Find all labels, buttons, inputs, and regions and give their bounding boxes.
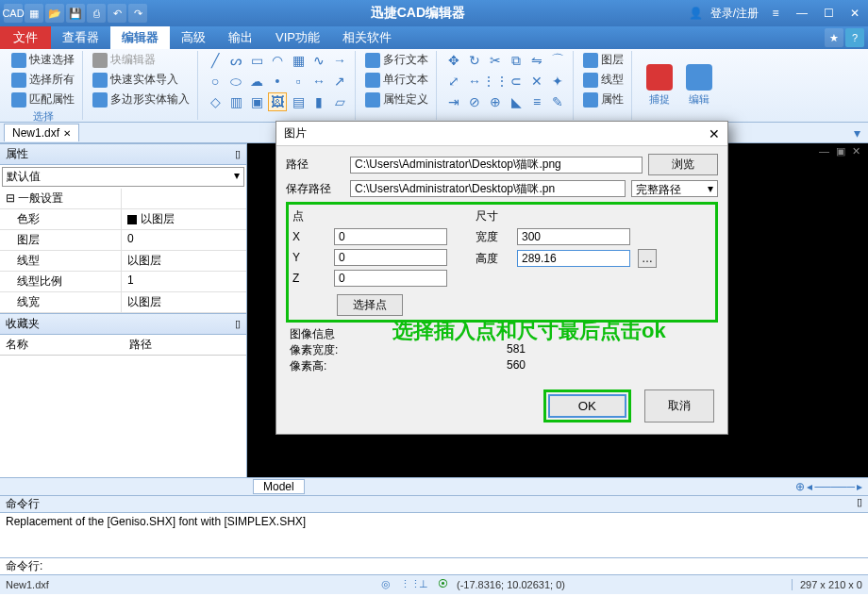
- attdef-button[interactable]: 属性定义: [363, 91, 430, 108]
- modify-array-icon[interactable]: ⋮⋮: [486, 72, 505, 91]
- draw-spline-icon[interactable]: ∿: [309, 51, 328, 70]
- draw-ellipse-icon[interactable]: ⬭: [226, 72, 245, 91]
- tab-editor[interactable]: 编辑器: [110, 26, 170, 49]
- props-button[interactable]: 属性: [581, 91, 626, 108]
- canvas-controls[interactable]: — ▣ ✕: [819, 145, 862, 157]
- modify-erase-icon[interactable]: ✕: [527, 72, 546, 91]
- select-point-button[interactable]: 选择点: [337, 294, 403, 316]
- fav-col-name[interactable]: 名称: [0, 335, 124, 355]
- prop-row-color[interactable]: 色彩以图层: [0, 209, 246, 230]
- draw-ray-icon[interactable]: →: [330, 51, 349, 70]
- cancel-button[interactable]: 取消: [644, 389, 714, 422]
- text-button[interactable]: 单行文本: [363, 71, 430, 89]
- tab-output[interactable]: 输出: [217, 26, 264, 49]
- y-input[interactable]: [334, 249, 447, 266]
- snap-button[interactable]: 捕捉: [640, 51, 679, 120]
- width-input[interactable]: [517, 228, 630, 245]
- properties-selector[interactable]: 默认值▾: [2, 167, 244, 187]
- linetype-button[interactable]: 线型: [581, 71, 626, 89]
- qat-redo-icon[interactable]: ↷: [128, 4, 147, 23]
- modify-offset-icon[interactable]: ⊂: [507, 72, 526, 91]
- draw-xline-icon[interactable]: ↔: [309, 72, 328, 91]
- modify-fillet-icon[interactable]: ⌒: [548, 51, 567, 70]
- props-section[interactable]: ⊟ 一般设置: [0, 189, 121, 208]
- draw-solid-icon[interactable]: ▮: [309, 92, 328, 111]
- quick-select-button[interactable]: 快速选择: [9, 51, 76, 69]
- x-input[interactable]: [334, 228, 447, 245]
- modify-rotate-icon[interactable]: ↻: [465, 51, 484, 70]
- modify-chamfer-icon[interactable]: ◣: [507, 92, 526, 111]
- mtext-button[interactable]: 多行文本: [363, 51, 430, 69]
- draw-circle-icon[interactable]: ○: [206, 72, 225, 91]
- block-editor-button[interactable]: 块编辑器: [91, 51, 192, 69]
- qat-undo-icon[interactable]: ↶: [108, 4, 126, 23]
- z-input[interactable]: [334, 270, 447, 287]
- close-icon[interactable]: ✕: [845, 4, 864, 23]
- polygon-entity-button[interactable]: 多边形实体输入: [91, 91, 192, 108]
- login-link[interactable]: 登录/注册: [710, 6, 759, 22]
- help-icon[interactable]: ?: [845, 28, 864, 47]
- prop-row-lineweight[interactable]: 线宽以图层: [0, 292, 246, 313]
- draw-region-icon[interactable]: ▣: [247, 92, 266, 111]
- qat-save-icon[interactable]: 💾: [66, 4, 85, 23]
- star-icon[interactable]: ★: [825, 28, 843, 47]
- modify-copy-icon[interactable]: ⧉: [507, 51, 526, 70]
- draw-wipeout-icon[interactable]: ▱: [330, 92, 349, 111]
- pin-icon[interactable]: ▯: [857, 496, 862, 512]
- draw-polyline-icon[interactable]: ᔕ: [226, 51, 245, 70]
- app-logo-icon[interactable]: CAD: [4, 4, 23, 23]
- draw-rect-icon[interactable]: ▭: [247, 51, 266, 70]
- modify-break-icon[interactable]: ⊘: [465, 92, 484, 111]
- qat-open-icon[interactable]: 📂: [45, 4, 64, 23]
- status-grid-icon[interactable]: ⋮⋮: [400, 578, 413, 591]
- modify-stretch-icon[interactable]: ↔: [465, 72, 484, 91]
- qat-saveas-icon[interactable]: ⎙: [87, 4, 106, 23]
- layer-button[interactable]: 图层: [581, 51, 626, 69]
- file-menu[interactable]: 文件: [0, 26, 51, 49]
- qat-new-icon[interactable]: ▦: [25, 4, 43, 23]
- draw-leader-icon[interactable]: ↗: [330, 72, 349, 91]
- quick-entity-import-button[interactable]: 快速实体导入: [91, 71, 192, 89]
- draw-cloud-icon[interactable]: ☁: [247, 72, 266, 91]
- tab-viewer[interactable]: 查看器: [51, 26, 110, 49]
- browse-button[interactable]: 浏览: [648, 154, 718, 175]
- pin-icon[interactable]: ▯: [235, 148, 241, 160]
- layout-nav[interactable]: ⊕◂─────▸: [795, 480, 862, 493]
- select-all-button[interactable]: 选择所有: [9, 71, 76, 89]
- draw-face-icon[interactable]: ◇: [206, 92, 225, 111]
- modify-mirror-icon[interactable]: ⇋: [527, 51, 546, 70]
- fav-col-path[interactable]: 路径: [124, 335, 247, 355]
- draw-mesh-icon[interactable]: ▥: [226, 92, 245, 111]
- modify-explode-icon[interactable]: ✦: [548, 72, 567, 91]
- draw-line-icon[interactable]: ╱: [206, 51, 225, 70]
- modify-scale-icon[interactable]: ⤢: [444, 72, 463, 91]
- ribbon-collapse-icon[interactable]: ≡: [766, 4, 785, 23]
- tab-vip[interactable]: VIP功能: [264, 26, 331, 49]
- command-log[interactable]: Replacement of the [Geniso.SHX] font wit…: [0, 513, 868, 558]
- tab-advanced[interactable]: 高级: [170, 26, 217, 49]
- doctab-close-icon[interactable]: ✕: [63, 128, 71, 139]
- dialog-close-icon[interactable]: ✕: [709, 126, 720, 141]
- doctabs-dropdown-icon[interactable]: ▾: [850, 125, 864, 141]
- status-snap-icon[interactable]: ◎: [381, 578, 394, 591]
- draw-hatch-icon[interactable]: ▦: [289, 51, 308, 70]
- modify-join-icon[interactable]: ⊕: [486, 92, 505, 111]
- prop-row-linetype[interactable]: 线型以图层: [0, 251, 246, 272]
- draw-table-icon[interactable]: ▤: [289, 92, 308, 111]
- command-input[interactable]: [46, 559, 801, 572]
- tab-related[interactable]: 相关软件: [331, 26, 403, 49]
- ok-button[interactable]: OK: [548, 394, 626, 418]
- height-extra-button[interactable]: …: [638, 249, 657, 268]
- model-tab[interactable]: Model: [253, 479, 305, 494]
- status-polar-icon[interactable]: ⦿: [438, 578, 451, 591]
- path-input[interactable]: [350, 157, 643, 174]
- modify-move-icon[interactable]: ✥: [444, 51, 463, 70]
- prop-row-ltscale[interactable]: 线型比例1: [0, 272, 246, 292]
- modify-align-icon[interactable]: ≡: [527, 92, 546, 111]
- savepath-mode-combo[interactable]: 完整路径▾: [631, 180, 718, 197]
- draw-image-icon[interactable]: 🖼: [268, 92, 287, 111]
- modify-extend-icon[interactable]: ⇥: [444, 92, 463, 111]
- modify-edit-icon[interactable]: ✎: [548, 92, 567, 111]
- draw-arc-icon[interactable]: ◠: [268, 51, 287, 70]
- draw-block-icon[interactable]: ▫: [289, 72, 308, 91]
